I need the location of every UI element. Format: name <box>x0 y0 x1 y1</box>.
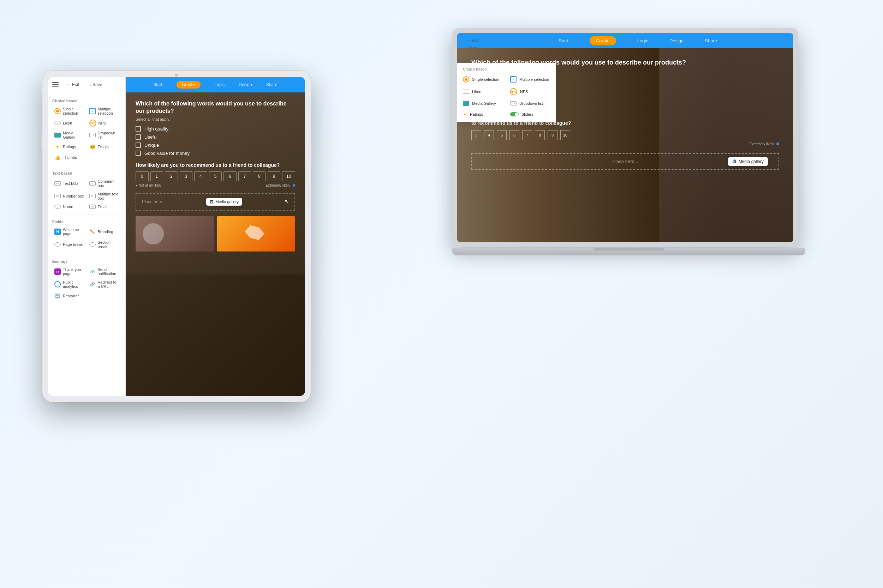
tablet-nps-4[interactable]: 4 <box>194 171 207 181</box>
tablet-question-1-subtext: Select all that apply. <box>135 117 295 122</box>
laptop-dd-checkbox-icon: ✓ <box>510 76 516 82</box>
tablet-nav-share[interactable]: Share <box>266 81 277 88</box>
tablet-item-welcome-page[interactable]: H Welcome page <box>52 226 87 238</box>
tablet-save-button[interactable]: ↓ Save <box>86 81 105 88</box>
tablet-media-gallery-badge[interactable]: 🖼 Media gallery <box>206 198 242 206</box>
tablet-nps-1[interactable]: 1 <box>150 171 164 181</box>
tablet-item-dropdown-list[interactable]: Dropdown list <box>87 129 122 141</box>
tablet-thumbs-label: Thumbs <box>63 155 77 159</box>
tablet-nav-logic[interactable]: Logic <box>215 81 225 88</box>
tablet-fields-title: Fields <box>52 219 121 224</box>
tablet-dropdown-list-label: Dropdown list <box>98 131 119 140</box>
tablet-nps-5[interactable]: 5 <box>209 171 222 181</box>
laptop-nps-8[interactable]: 8 <box>535 130 545 140</box>
tablet-item-thank-you[interactable]: TY Thank you page <box>52 266 87 278</box>
laptop-menu-icon[interactable] <box>457 33 465 37</box>
tablet-number-box-label: Number box <box>63 194 84 198</box>
tablet-item-number-box[interactable]: Number box <box>52 190 87 202</box>
tablet-send-icon: 📧 <box>89 268 96 275</box>
laptop-nav-logic[interactable]: Logic <box>637 38 648 44</box>
laptop-base <box>452 248 805 255</box>
tablet-nps-8[interactable]: 8 <box>253 171 266 181</box>
tablet-restarter-label: Restarter <box>63 294 79 298</box>
laptop-nps-5[interactable]: 5 <box>497 130 507 140</box>
laptop-dd-media-gallery[interactable]: Media Gallery <box>460 99 506 108</box>
tablet-item-nps[interactable]: NPS NPS <box>87 118 122 128</box>
tablet-nps-3[interactable]: 3 <box>180 171 193 181</box>
tablet-item-multiple-selection[interactable]: ✓ Multiple selection <box>87 105 122 117</box>
tablet-item-emojis[interactable]: 😊 Emojis <box>87 142 122 152</box>
tablet-redirect-label: Redirect to a URL <box>98 280 119 288</box>
tablet-item-comment-box[interactable]: Comment box <box>87 177 122 189</box>
tablet-option-label-2: Useful <box>144 134 158 140</box>
laptop-dd-nps[interactable]: NPS NPS <box>507 86 553 98</box>
laptop-dd-single-selection[interactable]: Single selection <box>460 74 506 85</box>
laptop-nps-7[interactable]: 7 <box>522 130 532 140</box>
laptop-nps-6[interactable]: 6 <box>510 130 519 140</box>
tablet-volume-button[interactable] <box>41 134 42 148</box>
laptop-media-gallery-badge[interactable]: 🖼 Media gallery <box>728 157 768 166</box>
tablet-nav-create[interactable]: Create <box>176 81 200 88</box>
laptop-nps-4[interactable]: 4 <box>484 130 494 140</box>
laptop-dd-multiple-selection[interactable]: ✓ Multiple selection <box>507 74 553 85</box>
tablet-item-likert[interactable]: Likert <box>52 118 87 128</box>
tablet-item-single-selection[interactable]: Single selection <box>52 105 87 117</box>
laptop-nps-10[interactable]: 10 <box>560 130 570 140</box>
tablet-exit-button[interactable]: ← Exit <box>63 81 83 88</box>
tablet-art-piece-2 <box>217 216 295 252</box>
laptop-nps-3[interactable]: 3 <box>471 130 481 140</box>
tablet-option-unique[interactable]: Unique <box>135 142 295 148</box>
tablet-nps-0[interactable]: 0 <box>135 171 149 181</box>
laptop-dd-ratings[interactable]: ★ Ratings <box>460 110 506 119</box>
tablet-item-media-gallery[interactable]: Media Gallery <box>52 129 87 141</box>
tablet-place-here-zone[interactable]: Place here... 🖼 Media gallery ↖ <box>135 193 295 211</box>
tablet-item-branding[interactable]: ✏️ Branding <box>87 226 122 238</box>
tablet-nav-design[interactable]: Design <box>239 81 252 88</box>
laptop-nav-create[interactable]: Create <box>590 36 616 45</box>
tablet-nps-9[interactable]: 9 <box>268 171 281 181</box>
tablet-nav-start[interactable]: Start <box>153 81 162 88</box>
tablet-option-value[interactable]: Good value for money <box>135 151 295 156</box>
laptop-nps-9[interactable]: 9 <box>548 130 558 140</box>
laptop-nav-start[interactable]: Start <box>558 38 568 44</box>
tablet-item-restarter[interactable]: ↩️ Restarter <box>52 291 87 301</box>
tablet-nps-left-label: ● Not at all likely <box>135 183 161 187</box>
tablet-checkbox-2 <box>135 134 141 140</box>
laptop-dropdown-title: Choice based <box>460 66 553 73</box>
tablet-item-email[interactable]: Email <box>87 203 122 211</box>
tablet-section-fields: Fields H Welcome page ✏️ Branding <box>48 217 125 252</box>
laptop-dd-likert[interactable]: Likert <box>460 86 506 98</box>
tablet-nps-2[interactable]: 2 <box>165 171 178 181</box>
laptop-place-here-zone[interactable]: Place here... 🖼 Media gallery <box>471 153 779 170</box>
tablet-topbar: ← Exit ↓ Save Start Create Logic Design … <box>48 77 305 92</box>
laptop-device: ← ← Exit ↓ ↓ Save Start Create Logic Des… <box>452 28 805 268</box>
tablet-power-button[interactable] <box>311 141 312 162</box>
tablet-item-page-break[interactable]: Page break <box>52 238 87 250</box>
laptop-nav-design[interactable]: Design <box>669 38 683 44</box>
tablet-item-name[interactable]: Name <box>52 203 87 211</box>
tablet-nps-7[interactable]: 7 <box>238 171 251 181</box>
tablet-item-ratings[interactable]: ★ Ratings <box>52 142 87 152</box>
laptop-app: ← ← Exit ↓ ↓ Save Start Create Logic Des… <box>457 33 793 242</box>
tablet-option-label-3: Unique <box>144 142 159 148</box>
tablet-option-useful[interactable]: Useful <box>135 134 295 140</box>
tablet-item-text-box[interactable]: Text bOx <box>52 177 87 189</box>
tablet-endings-title: Endings <box>52 259 121 264</box>
tablet-nps-label: NPS <box>98 121 107 125</box>
tablet-survey-content: Which of the following words would you u… <box>126 92 305 396</box>
tablet-item-redirect[interactable]: 🔗 Redirect to a URL <box>87 278 122 290</box>
laptop-nps-right-label: Extremely likely <box>749 142 779 146</box>
laptop-dd-dropdown-list[interactable]: Dropdown list <box>507 99 553 108</box>
tablet-item-multiple-text-box[interactable]: Multiple text box <box>87 190 122 202</box>
tablet-menu-icon[interactable] <box>52 81 60 88</box>
laptop-dd-sliders[interactable]: Sliders <box>507 110 553 119</box>
laptop-exit-button[interactable]: ← ← Exit <box>457 37 482 45</box>
tablet-nps-6[interactable]: 6 <box>224 171 236 181</box>
tablet-item-public-analytics[interactable]: Public analytics <box>52 278 87 290</box>
laptop-nav-share[interactable]: Share <box>705 38 717 44</box>
tablet-nps-10[interactable]: 10 <box>282 171 295 181</box>
tablet-item-thumbs[interactable]: 👍 Thumbs <box>52 152 87 162</box>
tablet-item-send-notification[interactable]: 📧 Send notification <box>87 266 122 278</box>
tablet-item-section-break[interactable]: Section break <box>87 238 122 250</box>
tablet-option-high-quality[interactable]: High quality <box>135 126 295 132</box>
